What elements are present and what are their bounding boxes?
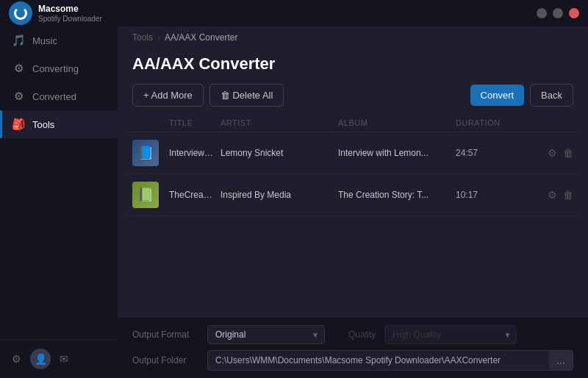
delete-all-button[interactable]: 🗑 Delete All bbox=[209, 84, 284, 107]
sidebar-item-label: Converted bbox=[32, 91, 76, 102]
col-album: ALBUM bbox=[338, 118, 456, 127]
quality-select-wrapper: High Quality ▼ bbox=[384, 325, 517, 344]
app-info: Macsome Spotify Downloader bbox=[38, 4, 537, 22]
sidebar-item-label: Tools bbox=[32, 119, 54, 130]
content-area: Tools › AA/AAX Converter AA/AAX Converte… bbox=[118, 26, 588, 378]
sidebar-footer: ⚙ 👤 ✉ bbox=[0, 339, 118, 378]
track-album: The Creation Story: T... bbox=[338, 190, 456, 200]
active-indicator bbox=[0, 110, 2, 138]
sidebar-item-converted[interactable]: ⚙ Converted bbox=[0, 82, 118, 110]
page-title: AA/AAX Converter bbox=[132, 54, 573, 74]
settings-icon[interactable]: ⚙ bbox=[548, 189, 557, 201]
track-thumbnail: 📗 bbox=[132, 182, 159, 208]
delete-icon[interactable]: 🗑 bbox=[563, 147, 573, 159]
track-actions: ⚙ 🗑 bbox=[529, 189, 573, 201]
table-row[interactable]: 📘 InterviewwithLemonySnicket... Lemony S… bbox=[126, 132, 579, 174]
output-folder-row: Output Folder ... bbox=[132, 350, 573, 371]
sidebar-item-tools[interactable]: 🎒 Tools bbox=[0, 110, 118, 138]
track-title: TheCreationStoryTheBibleEx... bbox=[169, 190, 220, 200]
breadcrumb: Tools › AA/AAX Converter bbox=[118, 26, 588, 49]
settings-icon[interactable]: ⚙ bbox=[548, 147, 557, 159]
output-format-select-wrapper: Original MP3 M4A AAC FLAC WAV ▼ bbox=[207, 325, 325, 344]
folder-browse-button[interactable]: ... bbox=[549, 350, 573, 371]
sidebar-item-label: Music bbox=[32, 35, 57, 46]
quality-select: High Quality bbox=[384, 325, 517, 344]
output-format-select[interactable]: Original MP3 M4A AAC FLAC WAV bbox=[207, 325, 325, 344]
breadcrumb-current: AA/AAX Converter bbox=[165, 32, 237, 43]
minimize-button[interactable]: — bbox=[537, 8, 547, 18]
window-controls: — □ ✕ bbox=[537, 8, 579, 18]
col-duration: DURATION bbox=[456, 118, 529, 127]
breadcrumb-separator: › bbox=[157, 32, 160, 43]
track-album: Interview with Lemon... bbox=[338, 148, 456, 158]
delete-icon[interactable]: 🗑 bbox=[563, 189, 573, 201]
close-button[interactable]: ✕ bbox=[569, 8, 579, 18]
col-title: TITLE bbox=[169, 118, 220, 127]
settings-icon[interactable]: ⚙ bbox=[12, 353, 21, 365]
breadcrumb-parent: Tools bbox=[132, 32, 153, 43]
sidebar-item-music[interactable]: 🎵 Music bbox=[0, 26, 118, 54]
sidebar: 🎵 Music ⚙ Converting ⚙ Converted 🎒 Tools… bbox=[0, 26, 118, 378]
track-title: InterviewwithLemonySnicket... bbox=[169, 148, 220, 158]
track-actions: ⚙ 🗑 bbox=[529, 147, 573, 159]
folder-path-input[interactable] bbox=[207, 350, 549, 371]
track-thumbnail: 📘 bbox=[132, 140, 159, 166]
track-artist: Lemony Snicket bbox=[220, 148, 338, 158]
title-bar: Macsome Spotify Downloader — □ ✕ bbox=[0, 0, 588, 26]
toolbar: + Add More 🗑 Delete All Convert Back bbox=[118, 84, 588, 114]
convert-button[interactable]: Convert bbox=[470, 85, 525, 106]
table-header: TITLE ARTIST ALBUM DURATION bbox=[126, 114, 579, 132]
sidebar-item-converting[interactable]: ⚙ Converting bbox=[0, 54, 118, 82]
app-name: Macsome bbox=[38, 4, 537, 14]
logo-spinner bbox=[14, 7, 27, 20]
bottom-bar: Output Format Original MP3 M4A AAC FLAC … bbox=[118, 317, 588, 378]
track-duration: 10:17 bbox=[456, 190, 529, 200]
app-subtitle: Spotify Downloader bbox=[38, 15, 537, 23]
avatar[interactable]: 👤 bbox=[30, 349, 51, 369]
track-table: TITLE ARTIST ALBUM DURATION 📘 Intervieww… bbox=[118, 114, 588, 317]
table-row[interactable]: 📗 TheCreationStoryTheBibleEx... Inspired… bbox=[126, 174, 579, 216]
maximize-button[interactable]: □ bbox=[553, 8, 563, 18]
sidebar-item-label: Converting bbox=[32, 63, 79, 74]
col-thumb bbox=[132, 118, 169, 127]
track-duration: 24:57 bbox=[456, 148, 529, 158]
music-icon: 🎵 bbox=[12, 34, 25, 47]
app-body: 🎵 Music ⚙ Converting ⚙ Converted 🎒 Tools… bbox=[0, 26, 588, 378]
app-logo bbox=[9, 1, 32, 25]
back-button[interactable]: Back bbox=[530, 84, 573, 107]
page-header: AA/AAX Converter bbox=[118, 49, 588, 84]
add-more-button[interactable]: + Add More bbox=[132, 84, 204, 107]
output-format-label: Output Format bbox=[132, 329, 198, 340]
tools-icon: 🎒 bbox=[12, 118, 25, 131]
output-format-row: Output Format Original MP3 M4A AAC FLAC … bbox=[132, 325, 573, 344]
output-folder-label: Output Folder bbox=[132, 355, 198, 365]
folder-input-wrapper: ... bbox=[207, 350, 573, 371]
col-artist: ARTIST bbox=[220, 118, 338, 127]
mail-icon[interactable]: ✉ bbox=[60, 353, 68, 365]
converting-icon: ⚙ bbox=[12, 62, 25, 75]
converted-icon: ⚙ bbox=[12, 90, 25, 103]
col-actions bbox=[529, 118, 573, 127]
track-artist: Inspired By Media bbox=[220, 190, 338, 200]
quality-label: Quality bbox=[348, 329, 376, 340]
